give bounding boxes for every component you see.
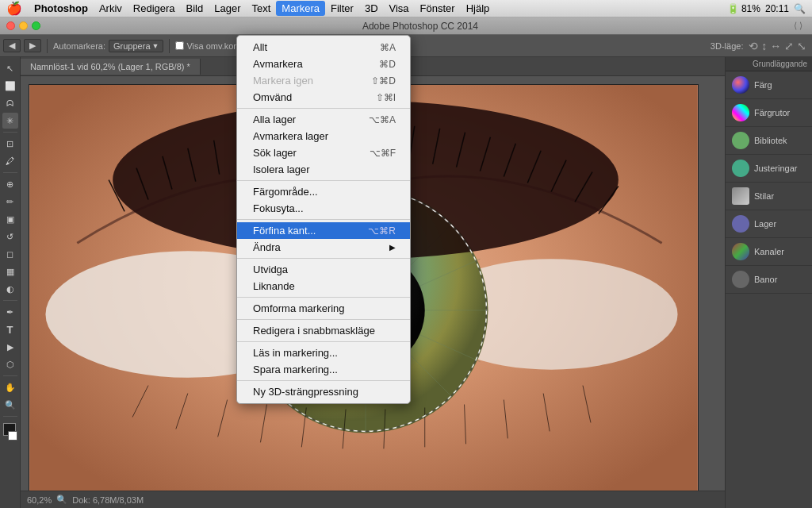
menu-sep-6 (237, 319, 410, 320)
options-arrow-fwd[interactable]: ▶ (24, 39, 41, 52)
menu-forfina-kant[interactable]: Förfina kant... ⌥⌘R (237, 222, 410, 239)
menu-liknande-label: Liknande (253, 280, 295, 292)
magic-wand-tool[interactable]: ✳ (2, 113, 18, 129)
menu-utvidga[interactable]: Utvidga (237, 261, 410, 278)
menubar-lager[interactable]: Lager (209, 1, 246, 16)
tool-separator-5 (3, 416, 17, 417)
menubar-3d[interactable]: 3D (359, 1, 384, 16)
menubar-spotlight[interactable]: 🔍 (794, 3, 806, 14)
history-brush-tool[interactable]: ↺ (2, 229, 18, 244)
menubar-fonster[interactable]: Fönster (415, 1, 461, 16)
menubar-visa[interactable]: Visa (384, 1, 415, 16)
crop-tool[interactable]: ⊡ (2, 136, 18, 152)
fullscreen-button[interactable] (32, 21, 40, 30)
menu-avmarkera-shortcut: ⌘D (379, 59, 396, 70)
marquee-tool[interactable]: ⬜ (2, 78, 18, 94)
menu-andra[interactable]: Ändra ▶ (237, 239, 410, 256)
menu-omforma[interactable]: Omforma markering (237, 300, 410, 317)
menu-allt[interactable]: Allt ⌘A (237, 39, 410, 56)
right-panels: Grundläggande Färg Färgrutor Bibliotek J… (725, 57, 812, 508)
heal-tool[interactable]: ⊕ (2, 176, 18, 192)
shape-tool[interactable]: ⬡ (2, 356, 18, 372)
menu-sep-1 (237, 108, 410, 109)
menu-sep-7 (237, 341, 410, 342)
kanaler-label: Kanaler (754, 247, 784, 256)
farg-label: Färg (754, 80, 772, 90)
mac-menubar: 🍎 Photoshop Arkiv Redigera Bild Lager Te… (0, 0, 812, 17)
bibliotek-icon (732, 132, 749, 149)
path-select-tool[interactable]: ▶ (2, 339, 18, 355)
menu-isolera-lager-label: Isolera lager (253, 164, 310, 175)
menu-omvand[interactable]: Omvänd ⇧⌘I (237, 89, 410, 106)
menubar-markera[interactable]: Markera (276, 1, 325, 16)
move-tool[interactable]: ↖ (2, 60, 18, 76)
3d-mode-icons: ⟲ ↕ ↔ ⤢ ⤡ (749, 40, 806, 52)
panel-item-justeringar[interactable]: Justeringar (726, 155, 812, 183)
hand-tool[interactable]: ✋ (2, 379, 18, 395)
menu-allt-label: Allt (253, 41, 267, 53)
menu-fokusyta[interactable]: Fokusyta... (237, 200, 410, 217)
automarkera-dropdown[interactable]: Gruppera ▼ (109, 40, 163, 52)
panel-item-kanaler[interactable]: Kanaler (726, 238, 812, 266)
stamp-tool[interactable]: ▣ (2, 211, 18, 227)
banor-label: Banor (754, 275, 777, 284)
zoom-level: 60,2% (27, 495, 52, 505)
brush-tool[interactable]: ✏ (2, 194, 18, 210)
background-color-swatch[interactable] (8, 431, 17, 441)
justeringar-label: Justeringar (754, 164, 797, 173)
panel-item-bibliotek[interactable]: Bibliotek (726, 127, 812, 155)
panel-item-fargrutor[interactable]: Färgrutor (726, 99, 812, 127)
lasso-tool[interactable]: ᗣ (2, 95, 18, 111)
minimize-button[interactable] (19, 21, 28, 30)
panel-item-banor[interactable]: Banor (726, 266, 812, 294)
menu-sok-lager-label: Sök lager (253, 147, 297, 159)
menu-utvidga-label: Utvidga (253, 264, 288, 275)
menu-liknande[interactable]: Liknande (237, 278, 410, 294)
submenu-arrow-icon: ▶ (389, 243, 396, 252)
dodge-tool[interactable]: ◐ (2, 281, 18, 297)
panel-item-stilar[interactable]: Stilar (726, 183, 812, 210)
text-tool[interactable]: T (2, 321, 18, 337)
menubar-time: 20:11 (765, 3, 789, 14)
menu-las-in-markering[interactable]: Läs in markering... (237, 344, 410, 361)
panel-item-farg[interactable]: Färg (726, 71, 812, 99)
kanaler-icon (732, 243, 749, 260)
color-swatch-area (2, 423, 19, 445)
menubar-redigera[interactable]: Redigera (128, 1, 181, 16)
options-arrow-back[interactable]: ◀ (3, 39, 21, 52)
document-tab[interactable]: Namnlöst-1 vid 60,2% (Lager 1, RGB/8) * (21, 59, 201, 75)
menubar-bild[interactable]: Bild (181, 1, 209, 16)
menubar-text[interactable]: Text (246, 1, 276, 16)
menu-spara-markering[interactable]: Spara markering... (237, 361, 410, 378)
menu-omforma-label: Omforma markering (253, 302, 345, 314)
menu-isolera-lager[interactable]: Isolera lager (237, 161, 410, 178)
menu-ny-3d[interactable]: Ny 3D-strängpressning (237, 383, 410, 400)
menubar-photoshop[interactable]: Photoshop (29, 1, 94, 16)
menubar-hjalp[interactable]: Hjälp (461, 1, 496, 16)
menu-markera-igen[interactable]: Markera igen ⇧⌘D (237, 72, 410, 89)
automarkera-label: Automarkera: (53, 41, 105, 51)
zoom-tool[interactable]: 🔍 (2, 397, 18, 413)
menu-avmarkera-lager[interactable]: Avmarkera lager (237, 128, 410, 144)
menu-alla-lager[interactable]: Alla lager ⌥⌘A (237, 111, 410, 128)
stilar-icon (732, 187, 749, 205)
menubar-filter[interactable]: Filter (325, 1, 359, 16)
eraser-tool[interactable]: ◻ (2, 246, 18, 262)
visa-kontroller-checkbox[interactable] (175, 41, 184, 50)
menu-fargomrade[interactable]: Färgområde... (237, 183, 410, 200)
apple-menu-icon[interactable]: 🍎 (6, 1, 22, 16)
menu-markera-igen-label: Markera igen (253, 75, 313, 87)
panel-item-lager[interactable]: Lager (726, 210, 812, 238)
toolbox: ↖ ⬜ ᗣ ✳ ⊡ 🖍 ⊕ ✏ ▣ ↺ ◻ ▦ ◐ ✒ T ▶ ⬡ ✋ 🔍 (0, 57, 21, 508)
pen-tool[interactable]: ✒ (2, 304, 18, 320)
menu-alla-lager-shortcut: ⌥⌘A (369, 114, 396, 125)
gradient-tool[interactable]: ▦ (2, 264, 18, 279)
close-button[interactable] (6, 21, 15, 30)
eyedropper-tool[interactable]: 🖍 (2, 153, 18, 169)
menu-avmarkera[interactable]: Avmarkera ⌘D (237, 56, 410, 72)
menu-sok-lager[interactable]: Sök lager ⌥⌘F (237, 144, 410, 161)
menu-redigera-snabbmask[interactable]: Redigera i snabbmaskläge (237, 322, 410, 339)
three-d-label: 3D-läge: (710, 41, 744, 51)
menubar-arkiv[interactable]: Arkiv (94, 1, 128, 16)
menu-markera-igen-shortcut: ⇧⌘D (371, 75, 396, 87)
